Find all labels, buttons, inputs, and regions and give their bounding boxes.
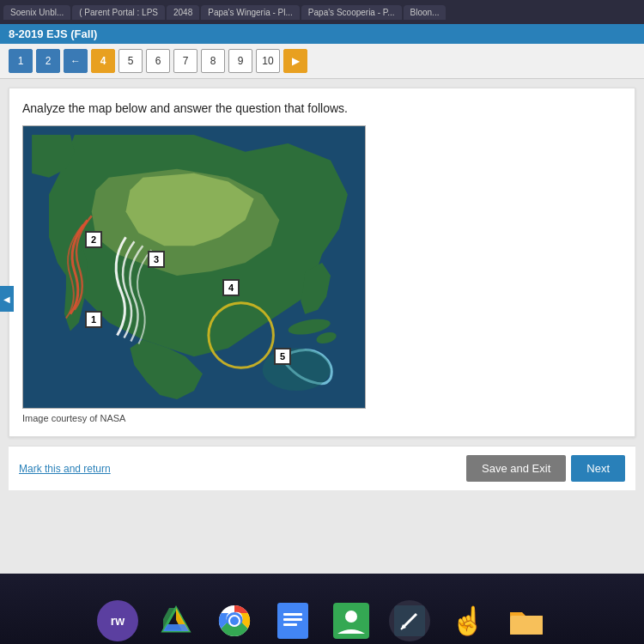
browser-tabs: Soenix Unbl... ( Parent Portal : LPS 204…	[0, 0, 644, 24]
content-area: Analyze the map below and answer the que…	[9, 88, 635, 437]
svg-rect-22	[283, 618, 302, 621]
nav-btn-5[interactable]: 5	[118, 49, 143, 73]
image-credit: Image courtesy of NASA	[22, 413, 622, 423]
edit-taskbar-icon[interactable]	[389, 600, 430, 641]
map-label-1: 1	[85, 311, 102, 328]
rw-label: rw	[111, 614, 125, 628]
nav-btn-10[interactable]: 10	[256, 49, 280, 73]
map-label-5: 5	[274, 348, 291, 365]
folder-taskbar-icon[interactable]	[506, 600, 547, 641]
map-label-4: 4	[222, 279, 240, 296]
svg-marker-15	[163, 624, 189, 631]
hand-icon: ☝️	[451, 605, 485, 637]
question-prompt: Analyze the map below and answer the que…	[22, 101, 622, 115]
side-indicator: ◀	[0, 286, 14, 312]
next-button[interactable]: Next	[571, 455, 625, 482]
nav-btn-2[interactable]: 2	[36, 49, 60, 73]
svg-point-25	[345, 611, 357, 623]
app-title: 8-2019 EJS (Fall)	[9, 27, 97, 40]
action-bar: Mark this and return Save and Exit Next	[9, 446, 635, 490]
svg-point-11	[263, 348, 331, 391]
map-label-2: 2	[85, 231, 102, 248]
rw-taskbar-icon[interactable]: rw	[97, 600, 138, 641]
tab-scooperia[interactable]: Papa's Scooperia - P...	[301, 5, 402, 20]
svg-rect-30	[510, 616, 543, 635]
chrome-taskbar-icon[interactable]	[214, 600, 255, 641]
svg-rect-21	[283, 613, 302, 616]
nav-btn-8[interactable]: 8	[201, 49, 225, 73]
tab-parent-portal[interactable]: ( Parent Portal : LPS	[72, 5, 165, 20]
nav-btn-9[interactable]: 9	[228, 49, 252, 73]
nav-btn-4[interactable]: 4	[91, 49, 115, 73]
nav-btn-6[interactable]: 6	[146, 49, 170, 73]
tab-2048[interactable]: 2048	[167, 5, 199, 20]
classroom-taskbar-icon[interactable]	[331, 600, 372, 641]
save-and-exit-button[interactable]: Save and Exit	[466, 455, 566, 482]
tab-bloon[interactable]: Bloon...	[404, 5, 447, 20]
hand-taskbar-icon[interactable]: ☝️	[447, 600, 489, 641]
mark-and-return-link[interactable]: Mark this and return	[19, 463, 111, 475]
map-image: 1 2 3 4 5	[22, 125, 366, 409]
svg-rect-23	[283, 623, 297, 626]
map-label-3: 3	[148, 251, 165, 268]
nav-btn-back[interactable]: ←	[64, 49, 88, 73]
taskbar: rw	[0, 574, 644, 644]
nav-btn-7[interactable]: 7	[173, 49, 197, 73]
tab-soenix[interactable]: Soenix Unbl...	[3, 5, 70, 20]
tab-wingeria[interactable]: Papa's Wingeria - Pl...	[201, 5, 300, 20]
screen: ◀ 8-2019 EJS (Fall) 1 2 ← 4 5 6 7 8 9 10…	[0, 24, 644, 574]
app-title-bar: 8-2019 EJS (Fall)	[0, 24, 644, 44]
nav-btn-next[interactable]: ▶	[283, 49, 307, 73]
svg-point-19	[230, 617, 239, 625]
question-navigation: 1 2 ← 4 5 6 7 8 9 10 ▶	[0, 44, 644, 79]
action-buttons: Save and Exit Next	[466, 455, 625, 482]
drive-taskbar-icon[interactable]	[155, 600, 197, 641]
docs-taskbar-icon[interactable]	[272, 600, 313, 641]
nav-btn-1[interactable]: 1	[9, 49, 33, 73]
